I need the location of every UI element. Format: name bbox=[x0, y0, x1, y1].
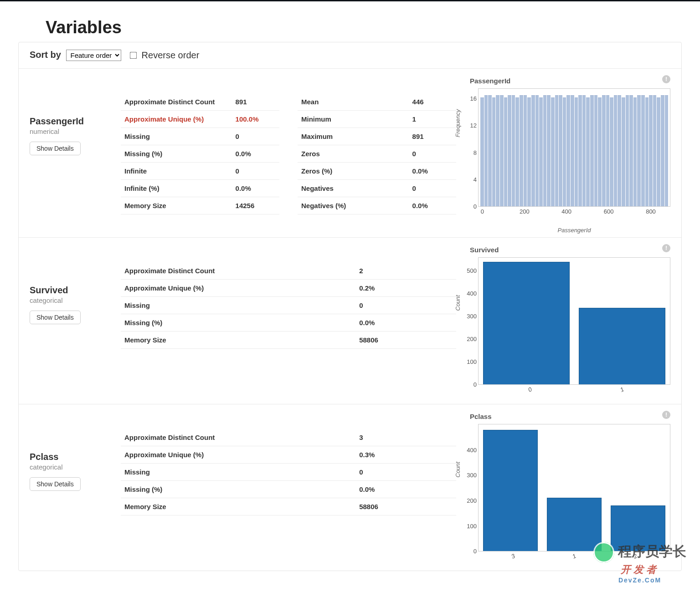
stat-row: Maximum891 bbox=[298, 128, 456, 145]
info-icon[interactable]: ! bbox=[662, 411, 670, 419]
stat-row: Approximate Unique (%)100.0% bbox=[121, 111, 279, 128]
chart-title-text: PassengerId bbox=[470, 77, 510, 85]
stat-row: Approximate Distinct Count2 bbox=[121, 262, 456, 280]
variable-name: PassengerId bbox=[30, 116, 121, 127]
variable-name: Survived bbox=[30, 285, 121, 296]
reverse-order-label: Reverse order bbox=[142, 50, 200, 60]
stat-row: Mean446 bbox=[298, 93, 456, 111]
stat-row: Missing (%)0.0% bbox=[121, 314, 456, 332]
variable-type: categorical bbox=[30, 463, 121, 471]
show-details-button[interactable]: Show Details bbox=[30, 142, 81, 155]
bar-chart-bars bbox=[483, 260, 665, 384]
sortby-select[interactable]: Feature order bbox=[66, 50, 121, 61]
y-axis-label: Frequency bbox=[454, 109, 461, 137]
x-ticks: 3 1 2 bbox=[479, 553, 670, 562]
chart-title-text: Survived bbox=[470, 246, 499, 254]
info-icon[interactable]: ! bbox=[662, 244, 670, 252]
variable-row-passengerid: PassengerId numerical Show Details Appro… bbox=[19, 68, 681, 237]
chart-title-text: Pclass bbox=[470, 413, 492, 420]
stat-row: Approximate Distinct Count3 bbox=[121, 429, 456, 446]
y-ticks: 0 4 8 12 16 bbox=[462, 89, 477, 206]
y-ticks: 0 100 200 300 400 bbox=[462, 424, 477, 551]
bar-chart-bars bbox=[483, 427, 665, 551]
stat-row: Approximate Unique (%)0.2% bbox=[121, 280, 456, 297]
stat-row: Zeros0 bbox=[298, 145, 456, 163]
y-axis-label: Count bbox=[454, 462, 461, 478]
stat-row: Missing0 bbox=[121, 464, 456, 481]
sortby-label: Sort by bbox=[30, 50, 61, 60]
stat-row: Memory Size58806 bbox=[121, 498, 456, 515]
stat-row: Memory Size14256 bbox=[121, 197, 279, 214]
chart-passengerid: PassengerId ! Frequency 0 4 8 12 16 0 bbox=[456, 75, 670, 234]
stat-row: Approximate Distinct Count891 bbox=[121, 93, 279, 111]
info-icon[interactable]: ! bbox=[662, 75, 670, 83]
stat-row: Zeros (%)0.0% bbox=[298, 163, 456, 180]
variable-type: categorical bbox=[30, 296, 121, 304]
variable-name: Pclass bbox=[30, 452, 121, 462]
sort-bar: Sort by Feature order Reverse order bbox=[19, 50, 681, 68]
x-ticks: 0 1 bbox=[479, 386, 670, 395]
x-axis-label: PassengerId bbox=[478, 227, 670, 234]
stats-table: Approximate Distinct Count3 Approximate … bbox=[121, 429, 456, 515]
stat-row: Negatives (%)0.0% bbox=[298, 197, 456, 214]
stat-row: Minimum1 bbox=[298, 111, 456, 128]
variable-row-pclass: Pclass categorical Show Details Approxim… bbox=[19, 404, 681, 571]
stat-row: Missing (%)0.0% bbox=[121, 481, 456, 498]
y-axis-label: Count bbox=[454, 295, 461, 311]
stats-table: Approximate Distinct Count2 Approximate … bbox=[121, 262, 456, 349]
page-title: Variables bbox=[46, 18, 682, 37]
stat-row: Missing0 bbox=[121, 128, 279, 145]
stat-row: Infinite (%)0.0% bbox=[121, 180, 279, 197]
x-ticks: 0 200 400 600 800 bbox=[479, 208, 670, 217]
variables-report: Sort by Feature order Reverse order Pass… bbox=[18, 42, 682, 571]
stat-row: Infinite0 bbox=[121, 163, 279, 180]
variable-row-survived: Survived categorical Show Details Approx… bbox=[19, 237, 681, 404]
reverse-order-checkbox[interactable] bbox=[130, 52, 137, 59]
stats-table-right: Mean446 Minimum1 Maximum891 Zeros0 Zeros… bbox=[298, 93, 456, 214]
chart-pclass: Pclass ! Count 0 100 200 300 400 bbox=[456, 411, 670, 567]
y-ticks: 0 100 200 300 400 500 bbox=[462, 258, 477, 384]
variable-type: numerical bbox=[30, 128, 121, 135]
chart-survived: Survived ! Count 0 100 200 300 400 500 bbox=[456, 244, 670, 400]
histogram-bars bbox=[480, 92, 668, 206]
stat-row: Missing (%)0.0% bbox=[121, 145, 279, 163]
stat-row: Missing0 bbox=[121, 297, 456, 314]
stats-table-left: Approximate Distinct Count891 Approximat… bbox=[121, 93, 279, 214]
stat-row: Negatives0 bbox=[298, 180, 456, 197]
show-details-button[interactable]: Show Details bbox=[30, 311, 81, 324]
stat-row: Memory Size58806 bbox=[121, 332, 456, 349]
show-details-button[interactable]: Show Details bbox=[30, 477, 81, 491]
stat-row: Approximate Unique (%)0.3% bbox=[121, 446, 456, 464]
